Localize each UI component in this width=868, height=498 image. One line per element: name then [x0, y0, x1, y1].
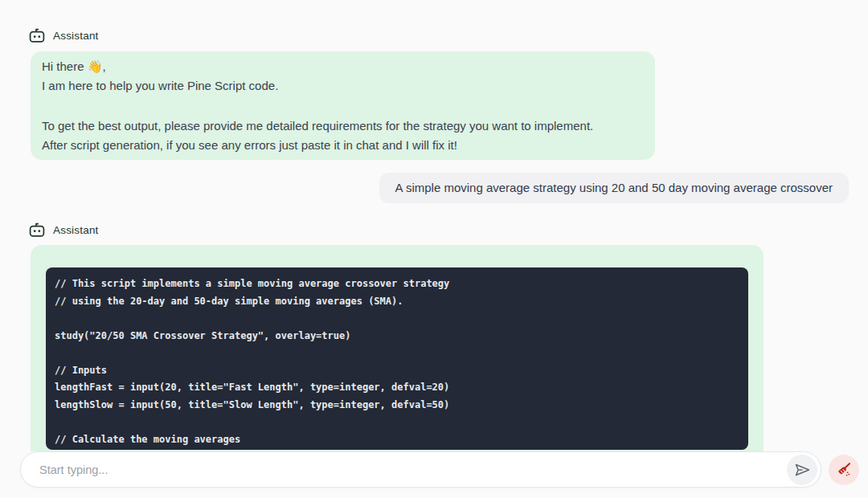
- assistant-header: Assistant: [28, 27, 99, 44]
- greeting-paragraph-2: To get the best output, please provide m…: [42, 116, 644, 155]
- code-block: // This script implements a simple movin…: [46, 267, 748, 450]
- assistant-message-code: // This script implements a simple movin…: [31, 245, 764, 451]
- composer-bar: [20, 451, 821, 488]
- assistant-label: Assistant: [53, 30, 99, 42]
- assistant-header: Assistant: [28, 221, 99, 239]
- assistant-message-greeting: Hi there 👋, I am here to help you write …: [31, 51, 655, 160]
- broom-icon: [835, 461, 853, 479]
- send-icon: [793, 461, 811, 479]
- greeting-paragraph-1: Hi there 👋, I am here to help you write …: [42, 57, 644, 96]
- user-message: A simple moving average strategy using 2…: [379, 173, 849, 203]
- chat-input[interactable]: [21, 452, 821, 487]
- assistant-label: Assistant: [53, 224, 99, 236]
- clear-chat-button[interactable]: [829, 455, 859, 485]
- chat-scroll-area[interactable]: Assistant Hi there 👋, I am here to help …: [0, 0, 868, 451]
- send-button[interactable]: [787, 455, 817, 485]
- robot-icon: [28, 27, 46, 44]
- robot-icon: [28, 221, 46, 239]
